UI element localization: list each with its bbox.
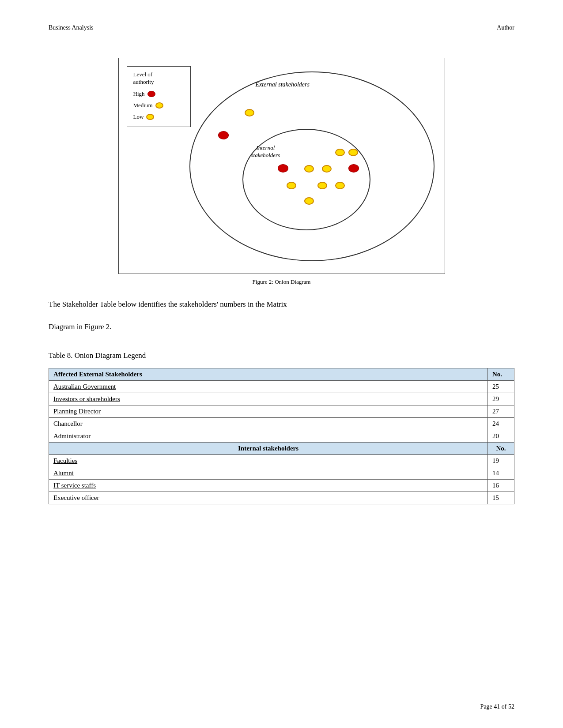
stakeholder-number: 24 (488, 418, 514, 430)
internal-dot-red-2 (348, 164, 359, 173)
stakeholder-number: 29 (488, 393, 514, 405)
external-stakeholders-header: Affected External Stakeholders (49, 368, 488, 381)
table-row: Chancellor24 (49, 418, 514, 430)
paragraph-1: The Stakeholder Table below identifies t… (49, 298, 514, 311)
stakeholder-number: 20 (488, 430, 514, 443)
table-row: Administrator20 (49, 430, 514, 443)
stakeholder-name: Executive officer (49, 492, 488, 504)
stakeholder-name: Planning Director (49, 405, 488, 418)
internal-dot-yellow-2 (348, 149, 358, 156)
internal-dot-red-1 (278, 164, 288, 173)
stakeholder-name: Faculties (49, 455, 488, 467)
high-dot-icon (147, 91, 155, 97)
paragraph-2: Diagram in Figure 2. (49, 320, 514, 334)
onion-legend-table: Affected External Stakeholders No. Austr… (49, 368, 514, 504)
footer: Page 41 of 52 (480, 703, 514, 710)
internal-stakeholders-header: Internal stakeholders (49, 443, 488, 455)
stakeholder-name: Australian Government (49, 381, 488, 393)
external-header-row: Affected External Stakeholders No. (49, 368, 514, 381)
table-row: Executive officer15 (49, 492, 514, 504)
table-row: IT service staffs16 (49, 480, 514, 492)
stakeholder-number: 25 (488, 381, 514, 393)
internal-dot-yellow-1 (335, 149, 345, 156)
table-row: Faculties19 (49, 455, 514, 467)
medium-dot-icon (155, 102, 163, 109)
internal-dot-yellow-4 (322, 165, 332, 173)
onion-diagram: Level ofauthority High Medium Low Extern… (118, 58, 445, 274)
external-no-header: No. (488, 368, 514, 381)
table-row: Australian Government25 (49, 381, 514, 393)
stakeholder-name: Investors or shareholders (49, 393, 488, 405)
legend-high: High (133, 90, 184, 98)
table-row: Planning Director27 (49, 405, 514, 418)
stakeholder-name: Alumni (49, 467, 488, 480)
internal-header-row: Internal stakeholdersNo. (49, 443, 514, 455)
page: Business Analysis Author Level ofauthori… (0, 0, 563, 728)
stakeholder-number: 14 (488, 467, 514, 480)
legend-low: Low (133, 113, 184, 120)
legend-low-label: Low (133, 113, 144, 120)
internal-dot-yellow-7 (335, 182, 345, 189)
header-left: Business Analysis (49, 24, 94, 31)
table-row: Alumni14 (49, 467, 514, 480)
stakeholder-number: 27 (488, 405, 514, 418)
legend-medium-label: Medium (133, 102, 153, 109)
stakeholder-number: 16 (488, 480, 514, 492)
stakeholder-name: Administrator (49, 430, 488, 443)
table-title: Table 8. Onion Diagram Legend (49, 351, 514, 360)
internal-dot-yellow-3 (304, 165, 314, 173)
internal-no-header: No. (488, 443, 514, 455)
external-stakeholders-label: External stakeholders (256, 81, 310, 88)
table-row: Investors or shareholders29 (49, 393, 514, 405)
legend-title: Level ofauthority (133, 71, 184, 86)
legend-high-label: High (133, 90, 145, 98)
external-dot-yellow-1 (245, 109, 254, 116)
stakeholder-name: IT service staffs (49, 480, 488, 492)
legend-medium: Medium (133, 102, 184, 109)
internal-dot-yellow-6 (317, 182, 327, 189)
external-dot-red-1 (218, 131, 229, 139)
figure-caption: Figure 2: Onion Diagram (49, 278, 514, 285)
stakeholder-number: 15 (488, 492, 514, 504)
stakeholder-name: Chancellor (49, 418, 488, 430)
stakeholder-number: 19 (488, 455, 514, 467)
header: Business Analysis Author (49, 24, 514, 31)
internal-dot-yellow-8 (304, 197, 314, 205)
low-dot-icon (146, 114, 154, 120)
legend-box: Level ofauthority High Medium Low (127, 66, 191, 127)
header-right: Author (497, 24, 514, 31)
internal-dot-yellow-5 (287, 182, 296, 189)
internal-stakeholders-label: Internalstakeholders (251, 144, 280, 159)
